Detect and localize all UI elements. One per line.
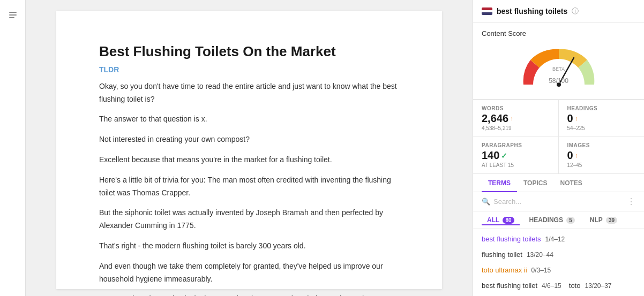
term-stat-extra: 13/20–37 [585, 282, 611, 290]
gauge-wrap: BETA 58/100 [516, 42, 602, 87]
doc-paragraph-0: Okay, so you don't have time to read the… [99, 80, 399, 106]
us-flag-icon [482, 7, 492, 15]
filter-headings-count: 5 [566, 217, 575, 224]
doc-paragraph-4: Here's a little bit of trivia for you: T… [99, 174, 399, 200]
tabs-row: TERMS TOPICS NOTES [473, 174, 644, 192]
images-arrow-icon: ↑ [575, 152, 578, 160]
term-name: toto ultramax ii [482, 266, 527, 274]
list-item[interactable]: best flushing toilet 4/6–15 toto 13/20–3… [473, 278, 644, 293]
filter-nlp-button[interactable]: NLP 39 [585, 215, 623, 225]
headings-range: 54–225 [567, 125, 636, 131]
doc-paragraph-5: But the siphonic toilet was actually inv… [99, 207, 399, 232]
images-label: IMAGES [567, 142, 636, 148]
images-value: 0 ↑ [567, 149, 636, 162]
term-stat: 4/6–15 [542, 282, 561, 290]
term-stat: 1/4–12 [545, 236, 565, 243]
right-panel: best flushing toilets ⓘ Content Score [473, 0, 644, 296]
search-more-icon[interactable]: ⋮ [627, 196, 635, 207]
filter-all-count: 80 [503, 217, 514, 224]
paragraphs-value: 140 ✓ [482, 149, 550, 162]
filter-row: ALL 80 HEADINGS 5 NLP 39 [473, 211, 644, 229]
filter-headings-button[interactable]: HEADINGS 5 [524, 215, 580, 225]
document-title: Best Flushing Toilets On the Market [99, 43, 399, 61]
sidebar [0, 0, 26, 296]
words-range: 4,538–5,219 [482, 125, 550, 131]
stat-paragraphs: PARAGRAPHS 140 ✓ AT LEAST 15 [473, 137, 559, 174]
list-item[interactable]: flushing toilet 13/20–44 [473, 247, 644, 262]
paragraphs-sub: AT LEAST 15 [482, 162, 550, 168]
headings-label: HEADINGS [567, 105, 636, 111]
panel-keyword: best flushing toilets [497, 7, 567, 16]
term-name-extra: toto [569, 282, 581, 290]
images-range: 12–45 [567, 162, 636, 168]
editor-area: Best Flushing Toilets On the Market TLDR… [26, 0, 473, 296]
document: Best Flushing Toilets On the Market TLDR… [56, 11, 442, 289]
gauge-beta-label: BETA [549, 66, 568, 72]
term-name: flushing toilet [482, 251, 522, 259]
terms-list: best flushing toilets 1/4–12 flushing to… [473, 229, 644, 296]
doc-paragraph-1: The answer to that question is x. [99, 113, 399, 126]
doc-paragraph-3: Excellent because that means you're in t… [99, 154, 399, 166]
doc-paragraph-6: That's right - the modern flushing toile… [99, 240, 399, 253]
gauge-container: BETA 58/100 [482, 42, 635, 87]
list-item[interactable]: best flushing 5/10–21 flushing toilets 2… [473, 293, 644, 296]
sidebar-doc-icon[interactable] [4, 6, 21, 24]
svg-rect-1 [9, 14, 17, 16]
words-label: WORDS [482, 105, 550, 111]
words-value: 2,646 ↑ [482, 112, 550, 125]
search-icon: 🔍 [482, 198, 490, 206]
tab-terms[interactable]: TERMS [482, 174, 517, 192]
filter-nlp-count: 39 [606, 217, 617, 224]
tab-topics[interactable]: TOPICS [517, 174, 553, 192]
panel-header: best flushing toilets ⓘ [473, 0, 644, 23]
doc-paragraph-8: Because the other option is tipping your… [99, 293, 399, 296]
gauge-label: BETA 58/100 [549, 66, 568, 86]
info-icon[interactable]: ⓘ [572, 6, 579, 16]
doc-paragraph-7: And even though we take them completely … [99, 260, 399, 286]
filter-all-button[interactable]: ALL 80 [482, 215, 520, 225]
document-tldr: TLDR [99, 65, 399, 74]
list-item[interactable]: best flushing toilets 1/4–12 [473, 231, 644, 247]
headings-value: 0 ↑ [567, 112, 636, 125]
doc-paragraph-2: Not interested in creating your own comp… [99, 133, 399, 146]
content-score-section: Content Score [473, 23, 644, 100]
paragraphs-check-icon: ✓ [501, 151, 507, 160]
svg-rect-2 [9, 17, 14, 18]
headings-arrow-icon: ↑ [575, 115, 578, 123]
search-row: 🔍 ⋮ [473, 192, 644, 211]
stat-images: IMAGES 0 ↑ 12–45 [559, 137, 645, 174]
stat-words: WORDS 2,646 ↑ 4,538–5,219 [473, 100, 559, 137]
stat-headings: HEADINGS 0 ↑ 54–225 [559, 100, 645, 137]
paragraphs-label: PARAGRAPHS [482, 142, 550, 148]
term-stat: 0/3–15 [531, 267, 551, 274]
words-arrow-icon: ↑ [510, 115, 513, 123]
tab-notes[interactable]: NOTES [553, 174, 588, 192]
term-name: best flushing toilet [482, 282, 537, 290]
gauge-score: 58/100 [549, 72, 568, 86]
term-name: best flushing toilets [482, 235, 541, 243]
stats-grid: WORDS 2,646 ↑ 4,538–5,219 HEADINGS 0 ↑ 5… [473, 100, 644, 174]
term-stat: 13/20–44 [527, 251, 553, 259]
search-input[interactable] [493, 198, 624, 206]
content-score-label: Content Score [482, 29, 635, 37]
svg-rect-0 [9, 12, 17, 13]
list-item[interactable]: toto ultramax ii 0/3–15 [473, 262, 644, 278]
